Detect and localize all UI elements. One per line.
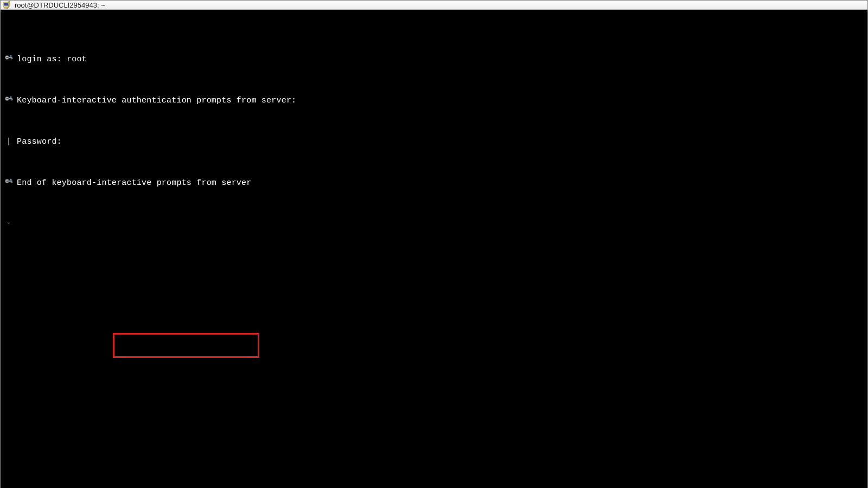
blank-space (1, 267, 867, 488)
key-icon (1, 178, 17, 187)
svg-rect-14 (12, 99, 12, 100)
svg-point-11 (7, 98, 8, 99)
key-icon (1, 95, 17, 104)
tiny-mark-line: ⌄ (1, 219, 867, 226)
svg-marker-21 (10, 178, 12, 181)
password-label: Password: (17, 137, 62, 147)
svg-rect-19 (11, 182, 12, 183)
svg-rect-7 (11, 58, 12, 59)
kbd-auth-text: Keyboard-interactive authentication prom… (17, 95, 296, 106)
svg-rect-8 (12, 58, 12, 59)
key-icon (1, 54, 17, 63)
login-as-text: login as: root (17, 54, 87, 65)
putty-icon (3, 1, 11, 9)
svg-rect-6 (9, 57, 12, 58)
svg-rect-13 (11, 99, 12, 100)
svg-rect-20 (12, 182, 12, 183)
pipe-icon: | (1, 137, 17, 147)
svg-marker-9 (10, 55, 12, 57)
svg-marker-15 (10, 96, 12, 98)
window-title: root@DTRDUCLI2954943: ~ (15, 1, 105, 9)
tiny-caret-icon: ⌄ (1, 219, 17, 226)
auth-prompt-line: Keyboard-interactive authentication prom… (1, 95, 867, 106)
svg-rect-12 (9, 98, 12, 99)
svg-point-17 (7, 181, 8, 182)
terminal-area[interactable]: login as: root Keyboard-interactive auth… (1, 10, 867, 488)
end-auth-text: End of keyboard-interactive prompts from… (17, 178, 251, 188)
svg-point-5 (7, 57, 8, 58)
end-auth-line: End of keyboard-interactive prompts from… (1, 178, 867, 188)
svg-rect-2 (4, 7, 8, 8)
putty-window: root@DTRDUCLI2954943: ~ login as: root (0, 0, 868, 488)
login-line: login as: root (1, 54, 867, 65)
password-line: | Password: (1, 137, 867, 147)
title-bar[interactable]: root@DTRDUCLI2954943: ~ (1, 1, 867, 10)
